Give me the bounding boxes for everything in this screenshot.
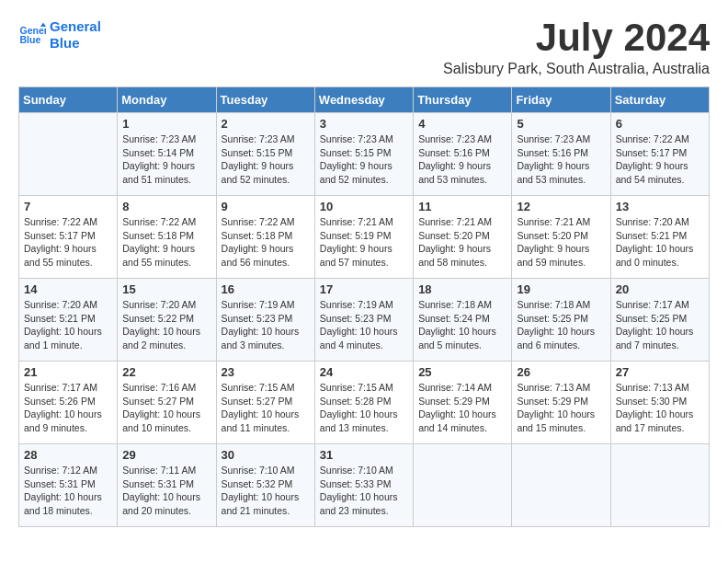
day-number: 18 (418, 282, 506, 296)
day-header-wednesday: Wednesday (314, 87, 413, 113)
calendar-header-row: SundayMondayTuesdayWednesdayThursdayFrid… (19, 87, 710, 113)
day-number: 29 (122, 448, 210, 462)
day-number: 22 (122, 365, 210, 379)
day-detail: Sunrise: 7:21 AMSunset: 5:20 PMDaylight:… (517, 215, 605, 270)
day-number: 5 (517, 117, 605, 131)
calendar-cell: 29Sunrise: 7:11 AMSunset: 5:31 PMDayligh… (118, 444, 216, 527)
calendar-cell: 19Sunrise: 7:18 AMSunset: 5:25 PMDayligh… (512, 279, 610, 362)
day-detail: Sunrise: 7:20 AMSunset: 5:21 PMDaylight:… (24, 298, 112, 352)
calendar-cell: 15Sunrise: 7:20 AMSunset: 5:22 PMDayligh… (118, 279, 216, 362)
day-number: 9 (222, 200, 310, 213)
day-number: 7 (24, 200, 112, 213)
calendar-cell: 28Sunrise: 7:12 AMSunset: 5:31 PMDayligh… (19, 444, 118, 527)
week-row-4: 21Sunrise: 7:17 AMSunset: 5:26 PMDayligh… (19, 362, 710, 444)
day-detail: Sunrise: 7:10 AMSunset: 5:33 PMDaylight:… (320, 464, 408, 518)
day-detail: Sunrise: 7:23 AMSunset: 5:14 PMDaylight:… (122, 132, 210, 187)
day-detail: Sunrise: 7:13 AMSunset: 5:30 PMDaylight:… (616, 381, 704, 435)
week-row-2: 7Sunrise: 7:22 AMSunset: 5:17 PMDaylight… (19, 196, 710, 279)
day-detail: Sunrise: 7:12 AMSunset: 5:31 PMDaylight:… (24, 464, 112, 518)
logo-line1: General (50, 18, 101, 35)
day-number: 6 (616, 117, 704, 131)
day-number: 30 (222, 448, 310, 462)
day-detail: Sunrise: 7:21 AMSunset: 5:20 PMDaylight:… (418, 215, 506, 270)
calendar-cell: 1Sunrise: 7:23 AMSunset: 5:14 PMDaylight… (118, 113, 216, 196)
day-detail: Sunrise: 7:17 AMSunset: 5:26 PMDaylight:… (24, 381, 112, 435)
day-detail: Sunrise: 7:22 AMSunset: 5:17 PMDaylight:… (24, 215, 112, 270)
calendar-cell: 13Sunrise: 7:20 AMSunset: 5:21 PMDayligh… (610, 196, 709, 279)
day-number: 21 (24, 365, 112, 379)
day-header-monday: Monday (118, 87, 216, 113)
day-number: 1 (122, 117, 210, 131)
day-detail: Sunrise: 7:23 AMSunset: 5:16 PMDaylight:… (418, 132, 506, 187)
day-detail: Sunrise: 7:19 AMSunset: 5:23 PMDaylight:… (222, 298, 310, 352)
calendar-cell: 11Sunrise: 7:21 AMSunset: 5:20 PMDayligh… (414, 196, 512, 279)
calendar-body: 1Sunrise: 7:23 AMSunset: 5:14 PMDaylight… (19, 113, 710, 527)
day-number: 31 (320, 448, 408, 462)
day-number: 4 (418, 117, 506, 131)
calendar-cell: 4Sunrise: 7:23 AMSunset: 5:16 PMDaylight… (414, 113, 512, 196)
calendar-cell: 20Sunrise: 7:17 AMSunset: 5:25 PMDayligh… (610, 279, 709, 362)
day-number: 26 (517, 365, 605, 379)
calendar-cell: 14Sunrise: 7:20 AMSunset: 5:21 PMDayligh… (19, 279, 118, 362)
day-detail: Sunrise: 7:15 AMSunset: 5:27 PMDaylight:… (222, 381, 310, 435)
day-detail: Sunrise: 7:18 AMSunset: 5:24 PMDaylight:… (418, 298, 506, 352)
day-detail: Sunrise: 7:13 AMSunset: 5:29 PMDaylight:… (517, 381, 605, 435)
day-header-saturday: Saturday (610, 87, 709, 113)
day-detail: Sunrise: 7:10 AMSunset: 5:32 PMDaylight:… (222, 464, 310, 518)
day-header-friday: Friday (512, 87, 610, 113)
calendar-cell: 24Sunrise: 7:15 AMSunset: 5:28 PMDayligh… (314, 362, 413, 444)
day-number: 25 (418, 365, 506, 379)
logo-icon: General Blue (18, 21, 46, 49)
calendar-cell: 12Sunrise: 7:21 AMSunset: 5:20 PMDayligh… (512, 196, 610, 279)
day-detail: Sunrise: 7:19 AMSunset: 5:23 PMDaylight:… (320, 298, 408, 352)
calendar-cell: 30Sunrise: 7:10 AMSunset: 5:32 PMDayligh… (216, 444, 314, 527)
day-detail: Sunrise: 7:17 AMSunset: 5:25 PMDaylight:… (616, 298, 704, 352)
calendar-table: SundayMondayTuesdayWednesdayThursdayFrid… (18, 86, 710, 527)
day-number: 24 (320, 365, 408, 379)
calendar-cell (512, 444, 610, 527)
calendar-cell: 18Sunrise: 7:18 AMSunset: 5:24 PMDayligh… (414, 279, 512, 362)
calendar-cell: 27Sunrise: 7:13 AMSunset: 5:30 PMDayligh… (610, 362, 709, 444)
title-block: July 2024 Salisbury Park, South Australi… (443, 18, 710, 77)
calendar-cell (414, 444, 512, 527)
day-number: 2 (222, 117, 310, 131)
day-detail: Sunrise: 7:23 AMSunset: 5:15 PMDaylight:… (320, 132, 408, 187)
day-number: 14 (24, 282, 112, 296)
day-detail: Sunrise: 7:20 AMSunset: 5:21 PMDaylight:… (616, 215, 704, 270)
page-header: General Blue General Blue July 2024 Sali… (18, 18, 710, 77)
day-detail: Sunrise: 7:14 AMSunset: 5:29 PMDaylight:… (418, 381, 506, 435)
calendar-cell: 22Sunrise: 7:16 AMSunset: 5:27 PMDayligh… (118, 362, 216, 444)
calendar-cell: 21Sunrise: 7:17 AMSunset: 5:26 PMDayligh… (19, 362, 118, 444)
day-number: 23 (222, 365, 310, 379)
day-number: 8 (122, 200, 210, 213)
day-detail: Sunrise: 7:18 AMSunset: 5:25 PMDaylight:… (517, 298, 605, 352)
day-detail: Sunrise: 7:20 AMSunset: 5:22 PMDaylight:… (122, 298, 210, 352)
day-number: 20 (616, 282, 704, 296)
calendar-cell: 9Sunrise: 7:22 AMSunset: 5:18 PMDaylight… (216, 196, 314, 279)
calendar-cell: 23Sunrise: 7:15 AMSunset: 5:27 PMDayligh… (216, 362, 314, 444)
day-header-thursday: Thursday (414, 87, 512, 113)
week-row-3: 14Sunrise: 7:20 AMSunset: 5:21 PMDayligh… (19, 279, 710, 362)
day-number: 15 (122, 282, 210, 296)
day-detail: Sunrise: 7:22 AMSunset: 5:17 PMDaylight:… (616, 132, 704, 187)
calendar-cell: 3Sunrise: 7:23 AMSunset: 5:15 PMDaylight… (314, 113, 413, 196)
day-detail: Sunrise: 7:16 AMSunset: 5:27 PMDaylight:… (122, 381, 210, 435)
day-number: 11 (418, 200, 506, 213)
day-number: 28 (24, 448, 112, 462)
day-header-sunday: Sunday (19, 87, 118, 113)
day-detail: Sunrise: 7:23 AMSunset: 5:15 PMDaylight:… (222, 132, 310, 187)
calendar-cell: 7Sunrise: 7:22 AMSunset: 5:17 PMDaylight… (19, 196, 118, 279)
calendar-cell: 16Sunrise: 7:19 AMSunset: 5:23 PMDayligh… (216, 279, 314, 362)
svg-text:Blue: Blue (20, 34, 41, 45)
week-row-5: 28Sunrise: 7:12 AMSunset: 5:31 PMDayligh… (19, 444, 710, 527)
calendar-cell: 17Sunrise: 7:19 AMSunset: 5:23 PMDayligh… (314, 279, 413, 362)
logo-line2: Blue (50, 35, 80, 52)
calendar-cell (610, 444, 709, 527)
calendar-cell: 26Sunrise: 7:13 AMSunset: 5:29 PMDayligh… (512, 362, 610, 444)
calendar-cell: 5Sunrise: 7:23 AMSunset: 5:16 PMDaylight… (512, 113, 610, 196)
day-detail: Sunrise: 7:22 AMSunset: 5:18 PMDaylight:… (122, 215, 210, 270)
month-title: July 2024 (443, 18, 710, 57)
calendar-cell: 25Sunrise: 7:14 AMSunset: 5:29 PMDayligh… (414, 362, 512, 444)
day-number: 10 (320, 200, 408, 213)
day-detail: Sunrise: 7:15 AMSunset: 5:28 PMDaylight:… (320, 381, 408, 435)
